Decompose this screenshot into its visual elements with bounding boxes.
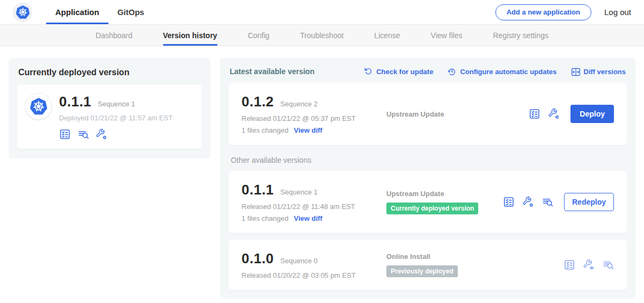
logo-wrap <box>13 0 32 24</box>
view-config-icon[interactable] <box>583 259 595 271</box>
preflight-checks-icon[interactable] <box>59 128 71 140</box>
clock-refresh-icon <box>447 67 457 76</box>
main-tabs: Application GitOps <box>46 0 153 24</box>
deployed-version-number: 0.1.1 <box>59 93 91 110</box>
version-source: Upstream Update <box>386 110 529 118</box>
preflight-checks-icon[interactable] <box>529 108 540 120</box>
sequence-label: Sequence 0 <box>280 257 317 265</box>
subnav-tab-registry-settings[interactable]: Registry settings <box>493 25 548 46</box>
version-row-0-1-0: 0.1.0 Sequence 0 Released 01/20/22 @ 03:… <box>229 240 627 290</box>
version-source: Online Install <box>386 252 564 261</box>
files-changed-label: 1 files changed <box>241 126 288 134</box>
edit-config-icon[interactable] <box>96 128 107 140</box>
diff-icon <box>570 67 580 76</box>
released-timestamp: Released 01/21/22 @ 05:37 pm EST <box>241 114 380 122</box>
other-versions-heading: Other available versions <box>231 156 625 164</box>
currently-deployed-title: Currently deployed version <box>18 68 201 77</box>
version-source: Upstream Update <box>386 190 503 198</box>
tab-gitops[interactable]: GitOps <box>108 0 153 24</box>
deployed-sequence-label: Sequence 1 <box>98 100 135 108</box>
released-timestamp: Released 01/20/22 @ 03:05 pm EST <box>241 271 380 279</box>
app-header: Application GitOps Add a new application… <box>0 0 644 25</box>
version-row-0-1-2: 0.1.2 Sequence 2 Released 01/21/22 @ 05:… <box>229 83 627 145</box>
check-for-update-label: Check for update <box>376 68 433 76</box>
redeploy-button[interactable]: Redeploy <box>564 193 614 211</box>
subnav-tab-view-files[interactable]: View files <box>431 25 463 46</box>
configure-automatic-updates-link[interactable]: Configure automatic updates <box>447 67 557 76</box>
subnav-tab-dashboard[interactable]: Dashboard <box>96 25 133 46</box>
header-right: Add a new application Log out <box>495 0 631 24</box>
version-row-0-1-1: 0.1.1 Sequence 1 Released 01/21/22 @ 11:… <box>229 171 627 233</box>
kubernetes-logo[interactable] <box>13 3 32 22</box>
configure-automatic-updates-label: Configure automatic updates <box>460 68 557 76</box>
check-for-update-link[interactable]: Check for update <box>363 67 433 76</box>
edit-config-icon[interactable] <box>548 108 560 120</box>
files-changed-label: 1 files changed <box>241 214 288 222</box>
preflight-checks-icon[interactable] <box>503 196 515 208</box>
subnav-tab-license[interactable]: License <box>374 25 400 46</box>
refresh-icon <box>363 67 373 76</box>
tab-application[interactable]: Application <box>46 0 108 24</box>
released-timestamp: Released 01/21/22 @ 11:48 am EST <box>241 203 380 211</box>
subnav-tab-config[interactable]: Config <box>248 25 269 46</box>
version-history-panel: Latest available version Check for updat… <box>220 58 635 299</box>
add-application-button[interactable]: Add a new application <box>495 4 591 20</box>
release-notes-icon[interactable] <box>77 128 89 140</box>
sequence-label: Sequence 2 <box>280 100 317 108</box>
view-diff-link[interactable]: View diff <box>294 214 322 222</box>
deployed-timestamp: Deployed 01/21/22 @ 11:57 am EST <box>59 114 173 122</box>
version-number: 0.1.1 <box>241 182 274 198</box>
currently-deployed-card: Currently deployed version 0.1.1 Sequenc… <box>9 58 210 158</box>
version-number: 0.1.0 <box>241 250 274 267</box>
release-notes-icon[interactable] <box>602 259 614 271</box>
logout-link[interactable]: Log out <box>604 8 631 17</box>
previously-deployed-badge: Previously deployed <box>386 265 458 277</box>
deployed-version-card: 0.1.1 Sequence 1 Deployed 01/21/22 @ 11:… <box>17 85 202 149</box>
subnav-tab-troubleshoot[interactable]: Troubleshoot <box>300 25 343 46</box>
release-notes-icon[interactable] <box>541 196 553 208</box>
preflight-checks-icon[interactable] <box>564 259 575 271</box>
currently-deployed-badge: Currently deployed version <box>386 203 478 214</box>
sequence-label: Sequence 1 <box>280 188 317 196</box>
diff-versions-label: Diff versions <box>583 68 626 76</box>
latest-version-heading: Latest available version <box>230 67 314 76</box>
deploy-button[interactable]: Deploy <box>570 105 614 123</box>
main-content: Currently deployed version 0.1.1 Sequenc… <box>0 46 644 299</box>
edit-config-icon[interactable] <box>522 196 534 208</box>
app-kubernetes-icon <box>26 93 52 119</box>
subnav-tab-version-history[interactable]: Version history <box>163 25 217 46</box>
app-subnav: Dashboard Version history Config Trouble… <box>0 25 644 46</box>
view-diff-link[interactable]: View diff <box>294 126 322 134</box>
diff-versions-link[interactable]: Diff versions <box>570 67 626 76</box>
version-number: 0.1.2 <box>241 93 274 110</box>
